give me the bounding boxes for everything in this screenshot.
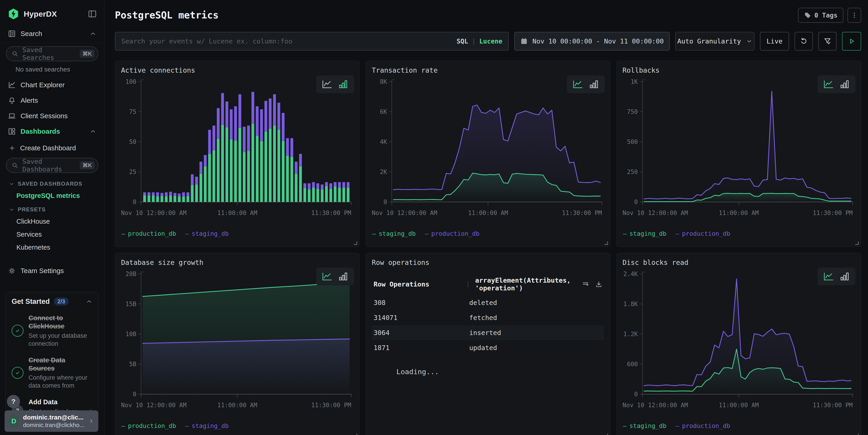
help-button[interactable]: ? (7, 395, 20, 408)
legend-dash: — (676, 230, 679, 237)
page-title: PostgreSQL metrics (115, 8, 219, 21)
user-email: dominic.tran@clickho... (23, 422, 84, 429)
saved-dashboard-item[interactable]: PostgreSQL metrics (5, 189, 99, 202)
table-row[interactable]: 3064 inserted (372, 325, 604, 340)
panel-resize-handle[interactable] (604, 241, 608, 245)
legend-item-staging_db[interactable]: —staging_db (185, 422, 229, 429)
table-row[interactable]: 314071 fetched (372, 310, 604, 325)
legend-item-production_db[interactable]: —production_db (122, 230, 176, 237)
svg-text:1K: 1K (630, 78, 638, 85)
sidebar-item-client-sessions[interactable]: Client Sessions (5, 108, 99, 124)
chevron-up-icon[interactable] (90, 30, 96, 37)
tags-button[interactable]: 0 Tags (798, 8, 843, 23)
legend-item-staging_db[interactable]: —staging_db (623, 422, 666, 429)
sidebar-item-dashboards[interactable]: Dashboards (5, 124, 99, 139)
chevron-up-icon[interactable] (90, 128, 96, 135)
query-language-toggle[interactable]: SQL | Lucene (457, 38, 502, 45)
panel-resize-handle[interactable] (604, 434, 608, 435)
saved-dashboards-input[interactable]: Saved Dashboards ⌘K (6, 158, 98, 173)
chevron-up-icon[interactable] (86, 298, 93, 305)
svg-text:50: 50 (129, 138, 136, 145)
line-chart-mode-icon[interactable] (824, 80, 834, 89)
legend-item-production_db[interactable]: —production_db (676, 422, 730, 429)
table-row[interactable]: 308 deleted (372, 295, 604, 310)
line-chart-mode-icon[interactable] (573, 80, 583, 89)
dashboard-menu-button[interactable] (847, 8, 861, 23)
user-menu[interactable]: D dominic.tran@clic... dominic.tran@clic… (5, 410, 98, 432)
panel-row-operations: Row operationsRow Operations⋮arrayElemen… (366, 253, 611, 435)
line-chart-mode-icon[interactable] (322, 272, 332, 281)
svg-text:Nov 10 12:00:00 AM: Nov 10 12:00:00 AM (372, 209, 437, 216)
kebab-icon (851, 12, 858, 19)
svg-text:Nov 10 12:00:00 AM: Nov 10 12:00:00 AM (121, 402, 186, 409)
sidebar-item-create-dashboard[interactable]: Create Dashboard (5, 140, 99, 156)
saved-dashboards-section[interactable]: SAVED DASHBOARDS (5, 176, 99, 189)
legend-label: staging_db (629, 422, 666, 429)
sql-mode-label[interactable]: SQL (457, 38, 468, 45)
search-input[interactable]: Search your events w/ Lucene ex. column:… (115, 32, 509, 51)
table-cell-operation: deleted (469, 299, 602, 306)
preset-item-services[interactable]: Services (5, 228, 99, 241)
panel-resize-handle[interactable] (354, 434, 357, 435)
table-cell-operation: inserted (469, 329, 602, 337)
run-query-button[interactable] (842, 32, 861, 51)
sidebar-item-team-settings[interactable]: Team Settings (5, 263, 99, 278)
chart-canvas[interactable]: 06001.2K1.8K2.4KNov 10 12:00:00 AM11:00:… (622, 269, 855, 421)
panel-resize-handle[interactable] (354, 241, 357, 245)
lucene-mode-label[interactable]: Lucene (479, 38, 502, 45)
chart-canvas[interactable]: 0255075100Nov 10 12:00:00 AM11:00:00 AM1… (121, 76, 353, 229)
sidebar-item-search[interactable]: Search (5, 26, 99, 41)
chart-explorer-icon (8, 81, 16, 89)
chart-mode-toolbar (316, 75, 354, 93)
collapse-sidebar-icon[interactable] (88, 9, 97, 19)
chart-mode-toolbar (316, 268, 354, 286)
get-started-item[interactable]: Create Data SourcesConfigure where your … (11, 356, 93, 390)
chart-canvas[interactable]: 02K4K6K8KNov 10 12:00:00 AM11:00:00 AM11… (372, 76, 604, 229)
panel-transaction-rate: Transaction rate02K4K6K8KNov 10 12:00:00… (366, 61, 611, 247)
chart-mode-toolbar (817, 75, 856, 93)
filter-button[interactable] (818, 32, 837, 51)
table-cell-operation: updated (469, 344, 602, 352)
legend-item-staging_db[interactable]: —staging_db (372, 230, 416, 237)
column-resize-handle[interactable]: ⋮ (465, 281, 471, 288)
legend-label: production_db (682, 230, 730, 237)
table-row[interactable]: 1871 updated (372, 340, 604, 355)
saved-searches-input[interactable]: Saved Searches ⌘K (6, 46, 98, 61)
bar-chart-mode-icon[interactable] (338, 272, 348, 281)
chart-canvas[interactable]: 05B10B15B20BNov 10 12:00:00 AM11:00:00 A… (121, 269, 353, 421)
chart-canvas[interactable]: 02505007501KNov 10 12:00:00 AM11:00:00 A… (622, 76, 855, 229)
time-range-picker[interactable]: Nov 10 00:00:00 - Nov 11 00:00:00 (514, 32, 670, 51)
legend-item-staging_db[interactable]: —staging_db (185, 230, 229, 237)
live-button[interactable]: Live (760, 32, 789, 51)
granularity-select[interactable]: Auto Granularity (675, 32, 754, 51)
panel-resize-handle[interactable] (855, 434, 859, 435)
legend-item-staging_db[interactable]: —staging_db (623, 230, 666, 237)
preset-item-kubernetes[interactable]: Kubernetes (5, 241, 99, 254)
panel-resize-handle[interactable] (855, 241, 859, 245)
chevron-right-icon (88, 417, 94, 425)
legend-item-production_db[interactable]: —production_db (122, 422, 176, 429)
preset-item-clickhouse[interactable]: ClickHouse (5, 215, 99, 228)
download-icon[interactable] (595, 280, 602, 288)
legend-label: staging_db (192, 422, 229, 429)
legend-label: staging_db (379, 230, 416, 237)
create-dashboard-label: Create Dashboard (20, 144, 76, 152)
line-chart-mode-icon[interactable] (824, 272, 834, 281)
bar-chart-mode-icon[interactable] (839, 80, 849, 89)
get-started-item[interactable]: Connect to ClickHouseSet up your databas… (11, 314, 93, 348)
bar-chart-mode-icon[interactable] (589, 80, 599, 89)
presets-list: ClickHouseServicesKubernetes (5, 215, 99, 254)
wrap-rows-icon[interactable] (582, 280, 589, 288)
line-chart-mode-icon[interactable] (322, 80, 332, 89)
bar-chart-mode-icon[interactable] (338, 80, 348, 89)
sidebar-item-chart-explorer[interactable]: Chart Explorer (5, 77, 99, 93)
presets-section[interactable]: PRESETS (5, 202, 99, 215)
svg-text:11:00:00 AM: 11:00:00 AM (468, 209, 508, 216)
refresh-button[interactable] (795, 32, 813, 51)
bar-chart-mode-icon[interactable] (839, 272, 849, 281)
legend-item-production_db[interactable]: —production_db (425, 230, 479, 237)
sidebar-item-alerts[interactable]: Alerts (5, 93, 99, 108)
legend-item-production_db[interactable]: —production_db (676, 230, 730, 237)
legend-dash: — (185, 422, 189, 429)
chart-legend: —production_db—staging_db (121, 229, 353, 237)
